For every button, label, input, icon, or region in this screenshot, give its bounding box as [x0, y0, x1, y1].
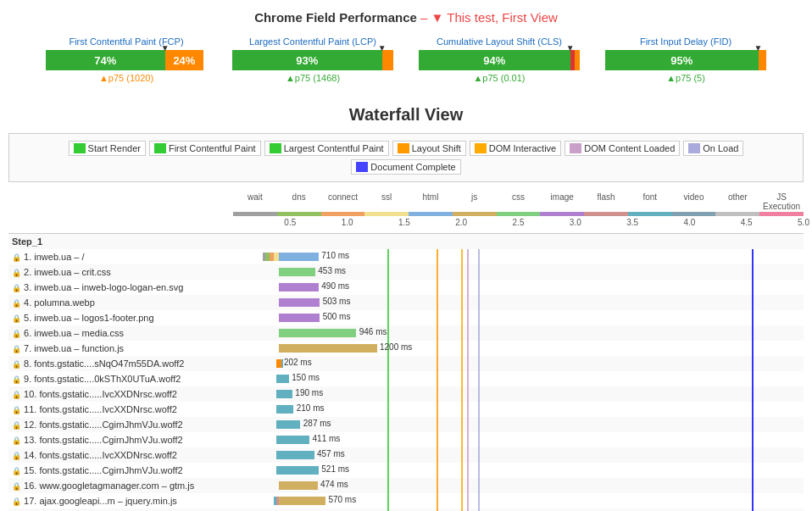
metric-label-lcp: Largest Contentful Paint (LCP) — [249, 36, 376, 47]
marker-line — [478, 341, 480, 356]
row-label-text: 2. inweb.ua – crit.css — [21, 267, 111, 277]
wf-bar — [276, 451, 314, 459]
waterfall-row-label: 🔒 11. fonts.gstatic.....IvcXXDNrsc.woff2 — [8, 404, 233, 414]
row-label-text: 7. inweb.ua – function.js — [21, 343, 124, 353]
marker-line — [752, 310, 754, 325]
legend-label: Largest Contentful Paint — [284, 143, 384, 153]
waterfall-row: 🔒 10. fonts.gstatic.....IvcXXDNrsc.woff2… — [8, 386, 804, 402]
marker-line — [752, 280, 754, 295]
wf-ms-label: 411 ms — [313, 434, 341, 443]
waterfall-row: 🔒 16. www.googletagmanager.com – gtm.js4… — [8, 478, 804, 493]
waterfall-row: 🔒 17. ajax.googleapi...m – jquery.min.js… — [8, 493, 804, 508]
wf-ms-label: 474 ms — [320, 480, 348, 489]
marker-line — [752, 463, 754, 478]
wf-bar — [279, 268, 315, 276]
lock-icon: 🔒 — [12, 482, 21, 491]
col-type-header-connect: connect — [321, 192, 365, 211]
main-title: Chrome Field Performance – ▼ This test, … — [0, 0, 812, 31]
metric-sub-lcp: ▲p75 (1468) — [286, 73, 340, 83]
legend-item: On Load — [683, 141, 743, 156]
legend-item: DOM Content Loaded — [565, 141, 680, 156]
timeline-header: 0.51.01.52.02.53.03.54.04.55.0 — [233, 218, 804, 233]
wf-ms-label: 210 ms — [297, 403, 325, 413]
waterfall-row: 🔒 2. inweb.ua – crit.css453 ms — [8, 264, 804, 280]
wf-ms-label: 490 ms — [321, 281, 349, 291]
col-color-bar — [321, 212, 365, 216]
legend-item: Document Complete — [351, 159, 460, 175]
marker-line — [437, 295, 438, 310]
marker-line — [467, 432, 469, 447]
row-label-text: 11. fonts.gstatic.....IvcXXDNrsc.woff2 — [21, 404, 177, 414]
marker-line — [461, 295, 463, 310]
legend-label: On Load — [703, 143, 738, 153]
marker-line — [467, 310, 469, 325]
marker-line — [752, 325, 754, 341]
col-color-bar — [584, 212, 628, 216]
marker-line — [467, 386, 469, 402]
row-label-text: 4. polumna.webp — [21, 297, 95, 308]
wf-bar — [279, 344, 377, 353]
marker-line — [437, 249, 438, 264]
marker-line — [387, 386, 389, 402]
waterfall-timeline-cell: 453 ms — [233, 264, 804, 280]
row-label-text: 9. fonts.gstatic....0kSThX0UTuA.woff2 — [21, 374, 181, 384]
lock-icon: 🔒 — [12, 253, 21, 262]
timeline-tick: 2.5 — [513, 218, 525, 227]
timeline-tick: 2.0 — [455, 218, 467, 227]
marker-line — [437, 264, 438, 280]
legend-swatch — [475, 143, 487, 153]
waterfall-row-label: 🔒 8. fonts.gstatic....sNqO47m55DA.woff2 — [8, 358, 233, 369]
lock-icon: 🔒 — [12, 345, 21, 353]
marker-line — [461, 386, 463, 402]
legend-label: DOM Interactive — [489, 143, 556, 153]
marker-line — [437, 356, 438, 371]
waterfall-row: 🔒 7. inweb.ua – function.js1200 ms — [8, 341, 804, 356]
wf-bar — [279, 329, 357, 337]
waterfall-row-label: 🔒 14. fonts.gstatic.....IvcXXDNrsc.woff2 — [8, 450, 233, 460]
metric-label-cls: Cumulative Layout Shift (CLS) — [437, 36, 562, 47]
marker-line — [467, 341, 469, 356]
marker-line — [437, 493, 438, 508]
waterfall-row-label: 🔒 12. fonts.gstatic.....CgirnJhmVJu.woff… — [8, 419, 233, 430]
marker-line — [387, 493, 389, 508]
waterfall-row: 🔒 14. fonts.gstatic.....IvcXXDNrsc.woff2… — [8, 447, 804, 463]
col-color-bar — [497, 212, 541, 216]
marker-line — [437, 417, 438, 432]
wf-bar — [276, 436, 309, 444]
marker-line — [467, 463, 469, 478]
marker-line — [437, 478, 438, 493]
waterfall-timeline-cell: 411 ms — [233, 432, 804, 447]
col-color-bar — [409, 212, 453, 216]
timeline-tick: 4.5 — [741, 218, 753, 227]
wf-bar — [279, 481, 318, 490]
marker-line — [467, 249, 469, 264]
marker-line — [387, 371, 389, 386]
marker-line — [387, 447, 389, 463]
waterfall-row-label: 🔒 4. polumna.webp — [8, 297, 233, 308]
marker-line — [752, 493, 754, 508]
waterfall-timeline-cell: 457 ms — [233, 447, 804, 463]
marker-line — [467, 478, 469, 493]
waterfall-row: 🔒 4. polumna.webp503 ms — [8, 295, 804, 310]
col-color-bar — [453, 212, 497, 216]
marker-line — [478, 371, 480, 386]
marker-line — [461, 417, 463, 432]
legend-swatch — [398, 143, 409, 153]
lock-icon: 🔒 — [12, 269, 21, 277]
marker-line — [467, 280, 469, 295]
waterfall-row: 🔒 6. inweb.ua – media.css946 ms — [8, 325, 804, 341]
waterfall-row-label: 🔒 3. inweb.ua – inweb-logo-logan-en.svg — [8, 282, 233, 292]
metric-bar-cls: 94% — [419, 50, 580, 70]
marker-line — [461, 371, 463, 386]
legend-swatch — [570, 143, 581, 153]
metric-cls: Cumulative Layout Shift (CLS)▼94%▲p75 (0… — [419, 36, 580, 83]
timeline-tick: 5.0 — [798, 218, 809, 227]
marker-line — [437, 280, 438, 295]
marker-line — [478, 264, 480, 280]
lock-icon: 🔒 — [12, 330, 21, 338]
legend-swatch — [154, 143, 166, 153]
marker-line — [387, 325, 389, 341]
wf-bar — [276, 359, 281, 368]
metric-bar-fcp: 74%24% — [46, 50, 207, 70]
row-label-text: 16. www.googletagmanager.com – gtm.js — [21, 480, 194, 491]
